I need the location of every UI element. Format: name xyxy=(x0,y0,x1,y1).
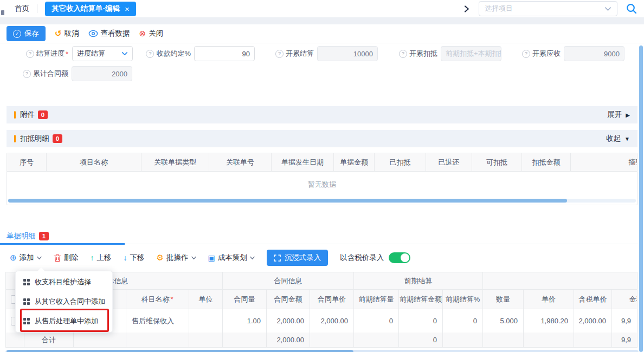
cell-price[interactable]: 1,980.20 xyxy=(524,309,574,333)
deduction-hscrollbar-track[interactable] xyxy=(8,199,636,203)
move-down-button[interactable]: ↓ 下移 xyxy=(124,253,145,263)
column-header-deductible: 可扣抵 xyxy=(472,153,522,171)
arrow-up-icon: ↑ xyxy=(91,253,94,262)
cell-unit[interactable] xyxy=(189,309,223,333)
search-icon[interactable] xyxy=(626,3,637,15)
cell-prev-amount[interactable]: 0 xyxy=(399,309,443,333)
tabbar-right: 选择项目 xyxy=(462,1,637,16)
chevron-down-icon xyxy=(121,51,128,56)
detail-hscrollbar-track[interactable] xyxy=(5,350,639,352)
page-vscrollbar-thumb[interactable] xyxy=(639,45,643,352)
cell-contract-price[interactable]: 2,000.00 xyxy=(310,309,354,333)
tabbar-bottom-strip xyxy=(0,17,644,24)
menu-item-2[interactable]: 从其它收入合同中添加 xyxy=(16,292,112,311)
deduction-table: 序号项目名称关联单据类型关联单号单据发生日期单据金额已扣抵已退还可扣抵扣抵金额摘… xyxy=(7,153,637,205)
field-select-settle-progress[interactable]: 进度结算 xyxy=(72,46,133,61)
chevron-down-icon xyxy=(604,6,611,12)
triangle-down-icon: ▼ xyxy=(624,136,630,142)
column-header-prev-amount: 前期结算金额 xyxy=(399,290,443,309)
cell-amount[interactable]: 9,9 xyxy=(612,309,637,333)
close-button[interactable]: ⊗ 关闭 xyxy=(139,29,164,38)
menu-item-label: 从其它收入合同中添加 xyxy=(35,297,105,307)
tab-close-icon[interactable]: × xyxy=(125,5,130,13)
attachments-section-bar: 附件 0 展开 ▶ xyxy=(7,106,637,123)
action-toolbar: ✓ 保存 ↺ 取消 查看数据 ⊗ 关闭 xyxy=(0,24,644,43)
column-header-qty: 数量 xyxy=(483,290,524,309)
column-header-summary: 摘要 xyxy=(571,153,637,171)
close-circle-icon: ⊗ xyxy=(139,29,146,38)
total-op xyxy=(74,333,126,347)
column-header-doc-amount: 单据金额 xyxy=(334,153,375,171)
total-prev-amount: 0 xyxy=(399,333,443,347)
column-header-label: 合同单价 xyxy=(318,295,346,304)
view-data-button[interactable]: 查看数据 xyxy=(88,29,130,38)
tab-detail-lines[interactable]: 单据明细 xyxy=(7,231,36,241)
group-header-4 xyxy=(483,272,637,289)
tab-active-edit[interactable]: 其它收入结算单-编辑 × xyxy=(45,2,136,16)
move-up-button[interactable]: ↑ 上移 xyxy=(91,253,112,263)
batch-ops-button[interactable]: ⚙ 批操作 xyxy=(157,253,196,263)
cell-qty[interactable]: 5.000 xyxy=(483,309,524,333)
cell-prev-pct[interactable]: 0 xyxy=(443,309,483,333)
deduction-collapse-button[interactable]: 收起 ▼ xyxy=(606,134,630,144)
immersive-entry-button[interactable]: 沉浸式录入 xyxy=(267,250,329,266)
column-header-prev-qty: 前期结算量 xyxy=(354,290,399,309)
column-header-label: 前期结算量 xyxy=(359,295,394,304)
detail-hscrollbar-thumb[interactable] xyxy=(7,350,353,352)
column-header-doc-type: 关联单据类型 xyxy=(141,153,209,171)
tabs-overflow-chevron-icon[interactable] xyxy=(462,5,471,13)
field-input-payment-pct[interactable]: 90 xyxy=(194,46,255,61)
form-row-2: ?累计合同额2000 xyxy=(0,66,644,81)
field-label: 收款约定% xyxy=(156,49,191,58)
menu-item-1[interactable]: 收支科目维护选择 xyxy=(16,272,112,292)
cell-contract-amount[interactable]: 2,000.00 xyxy=(267,309,310,333)
save-label: 保存 xyxy=(24,29,39,38)
cancel-button[interactable]: ↺ 取消 xyxy=(55,29,79,38)
detail-tab-strip: 单据明细 1 xyxy=(0,228,644,244)
column-header-label: 前期结算% xyxy=(446,295,480,304)
form-field-settle-progress: ?结算进度*进度结算 xyxy=(16,46,133,61)
field-input-cum-receivable: 9000 xyxy=(564,46,624,61)
column-header-price: 单价 xyxy=(524,290,574,309)
delete-label: 删除 xyxy=(64,253,79,263)
total-contract-amount: 2,000.00 xyxy=(267,333,310,347)
menu-item-label: 从售后处理单中添加 xyxy=(35,316,98,326)
total-contract-price xyxy=(310,333,354,347)
column-header-label: 单位 xyxy=(199,295,213,304)
deduction-hscrollbar-thumb[interactable] xyxy=(8,199,567,203)
grid-icon xyxy=(23,279,30,285)
cell-contract-qty[interactable]: 1.00 xyxy=(223,309,267,333)
required-asterisk: * xyxy=(170,295,173,303)
tab-home[interactable]: 首页 xyxy=(15,4,29,14)
cell-subject-name[interactable]: 售后维保收入 xyxy=(126,309,189,333)
field-input-cum-settle: 10000 xyxy=(317,46,378,61)
save-button[interactable]: ✓ 保存 xyxy=(7,26,46,41)
column-header-tax-price: 含税单价 xyxy=(574,290,612,309)
total-qty xyxy=(483,333,524,347)
total-contract-qty xyxy=(223,333,267,347)
tax-entry-toggle[interactable] xyxy=(389,252,410,263)
total-tax-price xyxy=(574,333,612,347)
chevron-down-icon xyxy=(191,256,196,260)
cell-prev-qty[interactable]: 0 xyxy=(354,309,399,333)
cell-tax-price[interactable]: 2,000.00 xyxy=(574,309,612,333)
question-icon: ? xyxy=(26,50,34,58)
menu-item-3[interactable]: 从售后处理单中添加 xyxy=(16,311,112,331)
field-input-cum-deduct: 前期扣抵+本期扣抵 xyxy=(441,46,501,61)
project-select[interactable]: 选择项目 xyxy=(479,1,617,16)
add-button[interactable]: ⊕ 添加 xyxy=(10,253,42,263)
eye-icon xyxy=(88,30,98,37)
attachments-expand-button[interactable]: 展开 ▶ xyxy=(607,110,630,120)
deduction-section-bar: 扣抵明细 0 收起 ▼ xyxy=(7,130,637,147)
delete-button[interactable]: 删除 xyxy=(54,253,79,263)
cost-plan-button[interactable]: ▣ 成本策划 xyxy=(208,253,255,263)
field-input-cum-contract: 2000 xyxy=(72,66,132,81)
view-data-label: 查看数据 xyxy=(101,29,130,38)
section-accent-bar xyxy=(14,135,16,142)
form-field-cum-contract: ?累计合同额2000 xyxy=(16,66,132,81)
total-prev-pct xyxy=(443,333,483,347)
required-asterisk: * xyxy=(66,50,68,58)
question-icon: ? xyxy=(146,50,154,58)
undo-icon: ↺ xyxy=(55,29,62,38)
form-field-cum-receivable: ?开累应收9000 xyxy=(520,46,624,61)
